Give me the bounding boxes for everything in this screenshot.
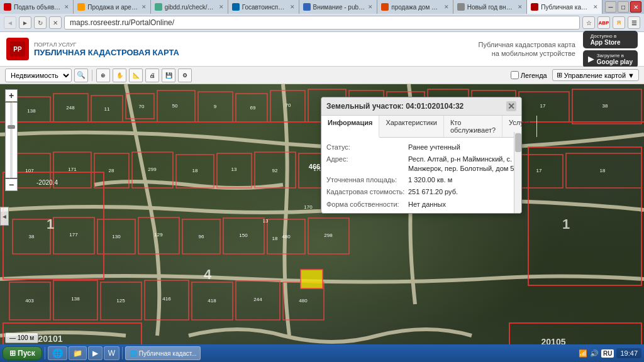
minimize-button[interactable]: ─ <box>605 1 616 13</box>
tab-1[interactable]: Продажа и аренда... ✕ <box>74 0 150 14</box>
taskbar-ie[interactable]: 🌐 <box>48 346 67 360</box>
svg-text:96: 96 <box>199 234 204 239</box>
tab-close-5[interactable]: ✕ <box>444 4 449 10</box>
svg-text:4: 4 <box>204 266 212 282</box>
tab-3[interactable]: Госавтоинспекция ✕ <box>228 0 299 14</box>
portal-right: Публичная кадастровая карта на мобильном… <box>479 31 638 68</box>
tab-close-0[interactable]: ✕ <box>64 4 69 10</box>
map-control-button[interactable]: ⊞ Управление картой ▼ <box>552 69 639 81</box>
info-row-area: Уточненная площадь: 1 320.00 кв. м <box>326 175 516 185</box>
svg-text:РР: РР <box>13 46 22 53</box>
toolbar-separator-1 <box>92 70 92 81</box>
back-button[interactable]: ◄ <box>4 16 16 29</box>
tab-close-4[interactable]: ✕ <box>368 4 373 10</box>
info-tab-characteristics[interactable]: Характеристики <box>379 116 444 137</box>
svg-text:18: 18 <box>600 168 606 173</box>
menu-button[interactable]: ☰ <box>628 16 640 29</box>
info-panel-close-button[interactable]: ✕ <box>506 101 516 111</box>
svg-text:13: 13 <box>263 218 269 224</box>
legend-toggle[interactable]: Легенда <box>511 71 547 79</box>
yandex-button[interactable]: Я <box>613 16 625 29</box>
pan-tool[interactable]: ✋ <box>113 69 126 82</box>
zoom-track <box>10 102 13 178</box>
app-store-button[interactable]: Доступно в App Store <box>583 31 638 48</box>
svg-text:244: 244 <box>253 297 262 302</box>
legend-checkbox[interactable] <box>511 71 519 79</box>
svg-text:18: 18 <box>272 236 278 241</box>
svg-text:11: 11 <box>104 106 110 112</box>
svg-text:38: 38 <box>602 103 608 109</box>
svg-text:20101: 20101 <box>38 334 63 344</box>
close-button[interactable]: ✕ <box>630 1 641 13</box>
portal-logo: РР ПОРТАЛ УСЛУГ ПУБЛИЧНАЯ КАДАСТРОВАЯ КА… <box>6 38 179 60</box>
tab-7[interactable]: Публичная кадаст... ✕ <box>527 0 602 14</box>
layers-icon: ⊞ <box>557 71 562 79</box>
taskbar-explorer[interactable]: 📁 <box>69 346 87 360</box>
zoom-in-tool[interactable]: ⊕ <box>96 69 110 82</box>
print-tool[interactable]: 🖨 <box>145 69 159 82</box>
taskbar-media[interactable]: ▶ <box>88 346 103 360</box>
svg-text:177: 177 <box>69 232 78 238</box>
panel-scrollbar[interactable] <box>514 132 521 213</box>
portal-header: РР ПОРТАЛ УСЛУГ ПУБЛИЧНАЯ КАДАСТРОВАЯ КА… <box>0 32 644 67</box>
reload-button[interactable]: ↻ <box>34 16 47 29</box>
zoom-controls: + − <box>5 89 18 191</box>
map-toolbar: Недвижимость 🔍 ⊕ ✋ 📐 🖨 💾 ⚙ Легенда ⊞ Упр… <box>0 67 644 84</box>
stop-button[interactable]: ✕ <box>49 16 62 29</box>
svg-text:248: 248 <box>66 105 75 111</box>
svg-text:107: 107 <box>25 168 34 173</box>
scrollbar-thumb[interactable] <box>515 133 521 152</box>
zoom-thumb[interactable] <box>8 125 15 129</box>
tab-6[interactable]: Новый год внесет... ✕ <box>453 0 528 14</box>
zoom-in-button[interactable]: + <box>5 89 18 102</box>
selected-parcel[interactable] <box>301 270 323 288</box>
export-tool[interactable]: 💾 <box>162 69 175 82</box>
svg-text:171: 171 <box>68 167 77 172</box>
info-panel-header: Земельный участок: 04:01:020104:32 ✕ <box>321 97 521 116</box>
svg-text:150: 150 <box>239 233 248 238</box>
address-bar[interactable] <box>64 16 580 30</box>
svg-text:38: 38 <box>29 234 35 239</box>
svg-text:480: 480 <box>282 234 291 239</box>
tab-4[interactable]: Внимание - pub100... ✕ <box>299 0 378 14</box>
settings-tool[interactable]: ⚙ <box>178 69 192 82</box>
svg-text:403: 403 <box>25 298 34 304</box>
portal-logo-icon: РР <box>6 38 29 60</box>
left-panel-toggle[interactable]: ◄ <box>0 207 9 226</box>
measure-tool[interactable]: 📐 <box>129 69 143 82</box>
svg-text:92: 92 <box>272 168 278 173</box>
tab-close-3[interactable]: ✕ <box>290 4 295 10</box>
tab-close-1[interactable]: ✕ <box>142 4 147 10</box>
abp-button[interactable]: ABP <box>597 16 610 29</box>
taskbar-lang[interactable]: RU <box>601 349 614 358</box>
google-play-button[interactable]: ▶ Загрузите в Google play <box>583 50 638 68</box>
info-tab-service[interactable]: Кто обслуживает? <box>444 116 502 137</box>
browser-controls: ◄ ► ↻ ✕ ☆ ABP Я ☰ <box>0 14 644 32</box>
star-button[interactable]: ☆ <box>582 16 595 29</box>
taskbar-browser-window[interactable]: 🌐 Публичная кадаст... <box>125 346 201 360</box>
info-row-address: Адрес: Респ. Алтай, р-н Майминский, с. М… <box>326 155 516 173</box>
info-row-status: Статус: Ранее учтенный <box>326 143 516 152</box>
tab-5[interactable]: продажа дом НЕД... ✕ <box>377 0 453 14</box>
taskbar-word[interactable]: W <box>104 346 119 360</box>
forward-button[interactable]: ► <box>19 16 31 29</box>
svg-text:1: 1 <box>47 216 54 232</box>
tab-0[interactable]: Подать объявлен... ✕ <box>0 0 74 14</box>
svg-text:17: 17 <box>540 103 546 109</box>
svg-text:418: 418 <box>208 298 216 304</box>
start-button[interactable]: ⊞ Пуск <box>3 346 42 360</box>
svg-text:1: 1 <box>562 216 570 232</box>
svg-text:416: 416 <box>162 296 171 302</box>
maximize-button[interactable]: □ <box>618 1 629 13</box>
tab-close-6[interactable]: ✕ <box>518 4 523 10</box>
tab-favicon-5 <box>381 3 389 11</box>
zoom-out-button[interactable]: − <box>5 178 18 191</box>
tab-close-2[interactable]: ✕ <box>219 4 224 10</box>
search-button[interactable]: 🔍 <box>74 69 88 82</box>
tab-2[interactable]: gibdd.ru/check/auto... ✕ <box>151 0 228 14</box>
info-tab-information[interactable]: Информация <box>321 116 379 138</box>
tab-close-7[interactable]: ✕ <box>593 4 598 10</box>
svg-text:138: 138 <box>27 108 36 114</box>
property-type-dropdown[interactable]: Недвижимость <box>5 69 72 82</box>
zoom-slider[interactable] <box>5 102 18 178</box>
